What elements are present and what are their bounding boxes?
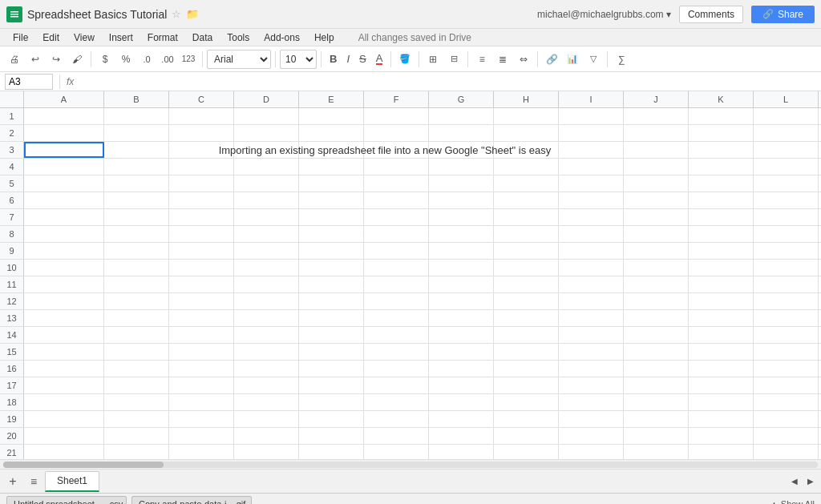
align-left-button[interactable]: ≡ bbox=[472, 50, 491, 69]
cell-B6[interactable] bbox=[104, 192, 169, 208]
menu-insert[interactable]: Insert bbox=[103, 30, 140, 45]
cell-G5[interactable] bbox=[429, 175, 494, 192]
borders-button[interactable]: ⊞ bbox=[423, 50, 443, 69]
row-number-7[interactable]: 7 bbox=[0, 209, 24, 225]
cell-K2[interactable] bbox=[689, 125, 754, 141]
row-number-3[interactable]: 3 bbox=[0, 142, 24, 158]
cell-I8[interactable] bbox=[559, 226, 624, 242]
cell-L9[interactable] bbox=[754, 243, 819, 259]
taskbar-item-0[interactable]: Untitled spreadsheet -....csv ✕ bbox=[6, 496, 127, 505]
menu-help[interactable]: Help bbox=[308, 30, 341, 45]
currency-button[interactable]: $ bbox=[95, 50, 115, 69]
cell-C19[interactable] bbox=[169, 411, 234, 427]
scroll-right-button[interactable]: ▶ bbox=[803, 474, 818, 489]
cell-I17[interactable] bbox=[559, 377, 624, 393]
cell-L15[interactable] bbox=[754, 344, 819, 360]
cell-G12[interactable] bbox=[429, 293, 494, 309]
cell-G21[interactable] bbox=[429, 445, 494, 459]
cell-J4[interactable] bbox=[624, 159, 689, 175]
col-header-l[interactable]: L bbox=[754, 91, 819, 107]
cell-G10[interactable] bbox=[429, 260, 494, 276]
cell-B8[interactable] bbox=[104, 226, 169, 242]
cell-G13[interactable] bbox=[429, 310, 494, 326]
cell-H16[interactable] bbox=[494, 361, 559, 377]
cell-E9[interactable] bbox=[299, 243, 364, 259]
menu-edit[interactable]: Edit bbox=[36, 30, 66, 45]
row-number-20[interactable]: 20 bbox=[0, 428, 24, 444]
menu-addons[interactable]: Add-ons bbox=[257, 30, 306, 45]
menu-data[interactable]: Data bbox=[186, 30, 219, 45]
bold-button[interactable]: B bbox=[326, 50, 341, 69]
menu-file[interactable]: File bbox=[6, 30, 34, 45]
row-number-14[interactable]: 14 bbox=[0, 327, 24, 343]
cell-E17[interactable] bbox=[299, 377, 364, 393]
cell-B15[interactable] bbox=[104, 344, 169, 360]
cell-D5[interactable] bbox=[234, 175, 299, 192]
cell-D19[interactable] bbox=[234, 411, 299, 427]
cell-E21[interactable] bbox=[299, 445, 364, 459]
row-number-2[interactable]: 2 bbox=[0, 125, 24, 141]
cell-A13[interactable] bbox=[24, 310, 104, 326]
cell-reference-input[interactable] bbox=[5, 74, 53, 90]
cell-L6[interactable] bbox=[754, 192, 819, 208]
cell-D1[interactable] bbox=[234, 108, 299, 124]
cell-L13[interactable] bbox=[754, 310, 819, 326]
sheet-tab-sheet1[interactable]: Sheet1 bbox=[45, 471, 99, 492]
cell-E4[interactable] bbox=[299, 159, 364, 175]
cell-E14[interactable] bbox=[299, 327, 364, 343]
link-button[interactable]: 🔗 bbox=[542, 50, 561, 69]
hscroll-area[interactable] bbox=[0, 459, 821, 469]
cell-D18[interactable] bbox=[234, 394, 299, 410]
cell-C4[interactable] bbox=[169, 159, 234, 175]
cell-H5[interactable] bbox=[494, 175, 559, 192]
cell-E19[interactable] bbox=[299, 411, 364, 427]
cell-A5[interactable] bbox=[24, 175, 104, 192]
cell-H7[interactable] bbox=[494, 209, 559, 225]
cell-H11[interactable] bbox=[494, 276, 559, 292]
font-family-select[interactable]: Arial bbox=[207, 50, 271, 69]
sheets-list-button[interactable]: ≡ bbox=[24, 472, 43, 491]
cell-J6[interactable] bbox=[624, 192, 689, 208]
decimal-decrease-button[interactable]: .0 bbox=[137, 50, 156, 69]
cell-E2[interactable] bbox=[299, 125, 364, 141]
cell-K20[interactable] bbox=[689, 428, 754, 444]
cell-I19[interactable] bbox=[559, 411, 624, 427]
cell-F4[interactable] bbox=[364, 159, 429, 175]
row-number-10[interactable]: 10 bbox=[0, 260, 24, 276]
cell-I4[interactable] bbox=[559, 159, 624, 175]
cell-A17[interactable] bbox=[24, 377, 104, 393]
cell-L12[interactable] bbox=[754, 293, 819, 309]
cell-C17[interactable] bbox=[169, 377, 234, 393]
col-header-j[interactable]: J bbox=[624, 91, 689, 107]
cell-A20[interactable] bbox=[24, 428, 104, 444]
cell-K18[interactable] bbox=[689, 394, 754, 410]
star-icon[interactable]: ☆ bbox=[172, 8, 181, 20]
cell-F14[interactable] bbox=[364, 327, 429, 343]
cell-J10[interactable] bbox=[624, 260, 689, 276]
cell-G11[interactable] bbox=[429, 276, 494, 292]
row-number-4[interactable]: 4 bbox=[0, 159, 24, 175]
cell-B17[interactable] bbox=[104, 377, 169, 393]
cell-I15[interactable] bbox=[559, 344, 624, 360]
cell-H17[interactable] bbox=[494, 377, 559, 393]
row-number-17[interactable]: 17 bbox=[0, 377, 24, 393]
cell-C18[interactable] bbox=[169, 394, 234, 410]
cell-F2[interactable] bbox=[364, 125, 429, 141]
decimal-increase-button[interactable]: .00 bbox=[158, 50, 177, 69]
redo-button[interactable]: ↪ bbox=[47, 50, 66, 69]
cell-G2[interactable] bbox=[429, 125, 494, 141]
cell-D21[interactable] bbox=[234, 445, 299, 459]
cell-C20[interactable] bbox=[169, 428, 234, 444]
format-number-button[interactable]: 123 bbox=[179, 50, 198, 69]
row-number-16[interactable]: 16 bbox=[0, 361, 24, 377]
cell-H12[interactable] bbox=[494, 293, 559, 309]
cell-F7[interactable] bbox=[364, 209, 429, 225]
cell-E16[interactable] bbox=[299, 361, 364, 377]
cell-J18[interactable] bbox=[624, 394, 689, 410]
cell-L1[interactable] bbox=[754, 108, 819, 124]
cell-F3[interactable] bbox=[364, 142, 429, 158]
col-header-a[interactable]: A bbox=[24, 91, 104, 107]
cell-K12[interactable] bbox=[689, 293, 754, 309]
col-header-d[interactable]: D bbox=[234, 91, 299, 107]
cell-C10[interactable] bbox=[169, 260, 234, 276]
